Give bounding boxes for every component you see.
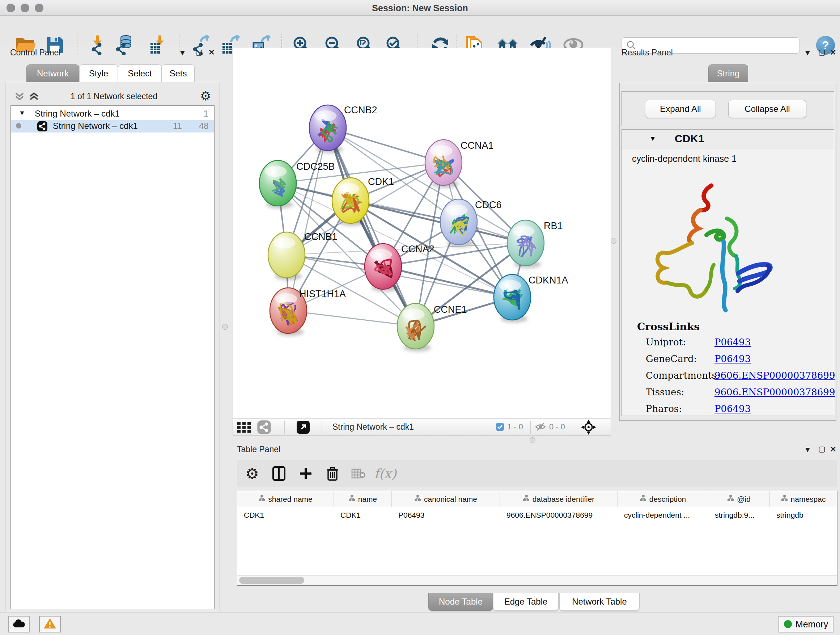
- table-panel-menu-icon[interactable]: ▼: [804, 445, 812, 454]
- add-column-icon[interactable]: [297, 465, 314, 482]
- column-header-@id[interactable]: @id: [708, 491, 770, 507]
- control-panel-menu-icon[interactable]: ▼: [179, 49, 186, 57]
- crosslink-link[interactable]: P06493: [714, 337, 751, 348]
- selected-checkbox-icon[interactable]: [496, 423, 504, 432]
- warnings-button[interactable]: [39, 616, 61, 632]
- detach-view-icon[interactable]: [296, 420, 310, 435]
- network-collection-row[interactable]: ▼ String Network – cdk1 1: [11, 108, 214, 120]
- node-CCNA1[interactable]: CCNA1: [425, 140, 494, 188]
- right-splitter-handle[interactable]: [611, 238, 616, 244]
- crosslink-link[interactable]: 9606.ENSP00000378699: [714, 370, 835, 381]
- node-HIST1H1A[interactable]: HIST1H1A: [270, 288, 346, 336]
- crosslink-row: Tissues:9606.ENSP00000378699: [646, 386, 827, 397]
- section-expander-icon[interactable]: ▼: [649, 135, 656, 143]
- title-bar: Session: New Session: [0, 0, 840, 16]
- crosslink-row: GeneCard:P06493: [646, 353, 827, 364]
- table-cell[interactable]: CDK1: [334, 508, 392, 523]
- crosslink-link[interactable]: P06493: [714, 403, 751, 414]
- control-panel-title: Control Panel: [10, 48, 60, 57]
- crosslink-link[interactable]: P06493: [714, 353, 751, 364]
- string-badge-icon[interactable]: [257, 420, 271, 436]
- function-builder-icon[interactable]: f(x): [377, 465, 394, 482]
- column-header-canonical-name[interactable]: canonical name: [392, 491, 500, 507]
- memory-button[interactable]: Memory: [778, 616, 834, 632]
- tab-network-table[interactable]: Network Table: [559, 593, 639, 611]
- gene-section-header[interactable]: ▼ CDK1: [622, 130, 834, 149]
- node-CCNB2[interactable]: CCNB2: [309, 105, 377, 153]
- horizontal-splitter-handle[interactable]: [530, 437, 535, 443]
- results-panel-close-icon[interactable]: ✕: [830, 48, 836, 57]
- node-CDKN1A[interactable]: CDKN1A: [494, 274, 568, 323]
- collapse-all-button[interactable]: Collapse All: [728, 100, 806, 118]
- hidden-node-edge-counts: 0 - 0: [549, 422, 565, 432]
- results-panel-float-icon[interactable]: ▢: [818, 48, 826, 57]
- shared-column-icon: [258, 495, 265, 504]
- column-header-description[interactable]: description: [617, 491, 708, 507]
- table-cell[interactable]: stringdb:9...: [708, 508, 770, 523]
- table-options-gear-icon[interactable]: ⚙: [243, 465, 261, 482]
- control-panel-close-icon[interactable]: ✕: [208, 48, 215, 57]
- tab-style[interactable]: Style: [79, 65, 118, 82]
- tab-network[interactable]: Network: [27, 65, 79, 82]
- import-table-icon[interactable]: [147, 35, 168, 55]
- network-canvas[interactable]: CCNB2CCNA1CDC25BCDK1CDC6RB1CCNB1CCNA2CDK…: [233, 48, 611, 418]
- network-options-gear-icon[interactable]: ⚙: [200, 89, 211, 103]
- table-cell[interactable]: P06493: [392, 508, 500, 523]
- results-panel-menu-icon[interactable]: ▼: [804, 49, 812, 57]
- birdseye-grid-icon[interactable]: [237, 421, 252, 435]
- node-table: shared namenamecanonical namedatabase id…: [237, 491, 837, 586]
- control-panel-float-icon[interactable]: ▢: [195, 48, 202, 57]
- show-columns-icon[interactable]: [270, 465, 287, 482]
- table-panel-close-icon[interactable]: ✕: [830, 445, 836, 454]
- crosslink-row: Uniprot:P06493: [646, 337, 827, 348]
- node-label-CCNB1: CCNB1: [304, 231, 338, 242]
- tab-edge-table[interactable]: Edge Table: [493, 593, 559, 611]
- column-header-name[interactable]: name: [334, 491, 392, 507]
- column-header-shared-name[interactable]: shared name: [237, 491, 334, 507]
- edge-CCNB2-HIST1H1A[interactable]: [288, 128, 328, 310]
- network-list: ▼ String Network – cdk1 1 String Network…: [11, 105, 215, 609]
- import-network-icon[interactable]: [87, 35, 108, 55]
- shared-column-icon: [523, 495, 530, 504]
- toolbar-separator: [77, 35, 77, 55]
- table-cell[interactable]: cyclin-dependent ...: [617, 508, 708, 523]
- collapse-all-trees-icon[interactable]: [14, 92, 25, 103]
- tab-node-table[interactable]: Node Table: [428, 593, 493, 611]
- tab-select[interactable]: Select: [118, 65, 162, 82]
- node-CCNB1[interactable]: CCNB1: [268, 231, 338, 280]
- column-header-database-identifier[interactable]: database identifier: [500, 491, 617, 507]
- node-RB1[interactable]: RB1: [507, 220, 563, 268]
- node-label-CCNA1: CCNA1: [461, 140, 494, 151]
- column-header-namespac[interactable]: namespac: [770, 491, 837, 507]
- gene-section: ▼ CDK1 cyclin-dependent kinase 1 CrossLi…: [622, 129, 834, 416]
- node-CCNE1[interactable]: CCNE1: [397, 303, 467, 352]
- table-panel-float-icon[interactable]: ▢: [818, 445, 826, 453]
- crosslink-link[interactable]: 9606.ENSP00000378699: [714, 386, 835, 397]
- toolbar-separator: [322, 421, 322, 434]
- import-database-icon[interactable]: [114, 35, 134, 55]
- table-cell[interactable]: 9606.ENSP00000378699: [500, 508, 617, 523]
- collection-expander-icon[interactable]: ▼: [19, 109, 25, 117]
- expand-all-button[interactable]: Expand All: [645, 100, 716, 118]
- node-CDC25B[interactable]: CDC25B: [259, 160, 335, 209]
- tab-string[interactable]: String: [708, 65, 748, 82]
- expand-all-trees-icon[interactable]: [28, 92, 39, 103]
- node-CCNA2[interactable]: CCNA2: [365, 244, 434, 292]
- scrollbar-thumb[interactable]: [239, 577, 304, 584]
- crosslinks-heading: CrossLinks: [637, 321, 699, 333]
- collection-count: 1: [204, 109, 208, 119]
- cloud-icon: [12, 619, 26, 630]
- tab-sets[interactable]: Sets: [162, 65, 195, 82]
- table-horizontal-scrollbar[interactable]: [237, 575, 837, 585]
- network-row-selected[interactable]: String Network – cdk1 11 48: [11, 120, 214, 133]
- edge-HIST1H1A-CCNE1[interactable]: [288, 310, 416, 326]
- delete-table-icon[interactable]: [350, 465, 367, 482]
- string-results-content: Expand All Collapse All ▼ CDK1 cyclin-de…: [619, 83, 836, 421]
- delete-column-trash-icon[interactable]: [324, 465, 341, 482]
- left-splitter-handle[interactable]: [222, 324, 228, 330]
- table-cell[interactable]: stringdb: [770, 508, 837, 523]
- table-cell[interactable]: CDK1: [237, 508, 334, 523]
- crosslink-label: Uniprot:: [646, 337, 686, 348]
- cloud-button[interactable]: [8, 616, 30, 632]
- fit-selected-crosshair-icon[interactable]: [581, 420, 596, 436]
